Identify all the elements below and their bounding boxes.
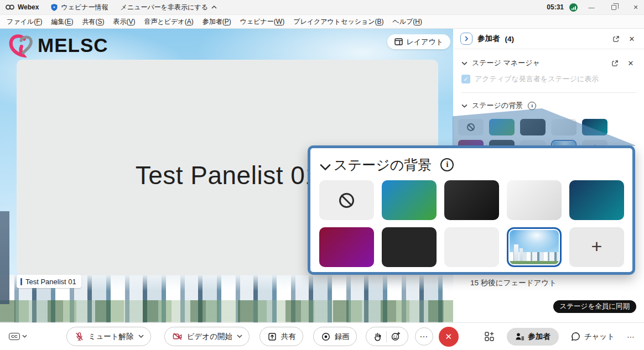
chevron-down-icon: [22, 335, 28, 338]
hide-menubar-button[interactable]: メニューバーを非表示にする: [121, 3, 217, 12]
mic-muted-icon: [75, 332, 84, 341]
layout-button[interactable]: レイアウト: [387, 34, 450, 49]
apps-icon[interactable]: [484, 331, 495, 342]
connection-status-icon[interactable]: [569, 3, 578, 12]
chevron-up-icon: [211, 6, 217, 9]
participants-title: 参加者: [477, 34, 500, 44]
stage-manager-section-header: ステージ マネージャ ✕: [454, 55, 644, 71]
participant-name-tag: Test Panelist 01: [17, 275, 81, 288]
more-toolbar-button[interactable]: ⋯: [627, 332, 635, 341]
share-icon: [268, 332, 277, 341]
reactions-smiley-icon[interactable]: [391, 332, 401, 341]
background-swatch-charcoal[interactable]: [382, 227, 437, 267]
menu-item-2[interactable]: 共有(S): [77, 15, 108, 28]
reactions-group: [366, 327, 408, 346]
background-swatch-selected[interactable]: [507, 227, 562, 267]
close-stage-manager-button[interactable]: ✕: [625, 58, 636, 69]
chevron-down-icon[interactable]: [319, 163, 325, 167]
start-video-label: ビデオの開始: [187, 332, 232, 342]
add-background-icon: +: [591, 237, 603, 255]
participant-display-name: Test Panelist 01: [136, 160, 320, 190]
chevron-down-icon[interactable]: [237, 335, 242, 338]
close-window-button[interactable]: ✕: [627, 0, 644, 15]
collapse-panel-button[interactable]: [460, 33, 472, 45]
cc-icon: CC: [9, 333, 20, 341]
chevron-down-icon[interactable]: [461, 61, 467, 65]
webex-logo-icon: [6, 4, 14, 11]
speaking-indicator-icon: [20, 278, 22, 285]
record-label: 録画: [335, 332, 350, 342]
unmute-button[interactable]: ミュート解除: [66, 327, 151, 346]
menu-item-3[interactable]: 表示(V): [109, 15, 140, 28]
webex-window: Webex ウェビナー情報 メニューバーを非表示にする 05:31 — ✕ ファ…: [0, 0, 644, 350]
background-swatch-white[interactable]: [444, 227, 499, 267]
background-swatch-add-custom[interactable]: +: [569, 227, 624, 267]
share-button[interactable]: 共有: [259, 327, 303, 346]
record-icon: [321, 332, 330, 341]
chevron-down-icon[interactable]: [138, 335, 144, 338]
name-tag-label: Test Panelist 01: [25, 278, 76, 286]
background-swatch-none[interactable]: [319, 180, 374, 220]
popup-title: ステージの背景: [334, 156, 432, 174]
popout-panel-button[interactable]: [610, 33, 621, 44]
popup-swatch-row-1: [319, 180, 625, 220]
participants-toggle-button[interactable]: 参加者: [507, 328, 559, 346]
info-icon[interactable]: i: [440, 158, 454, 171]
menu-item-4[interactable]: 音声とビデオ(A): [140, 15, 198, 28]
captions-button[interactable]: CC: [9, 333, 28, 341]
minimize-button[interactable]: —: [583, 0, 600, 15]
chat-bubble-icon: [571, 332, 580, 341]
popout-stage-manager-button[interactable]: [609, 58, 620, 69]
active-speaker-label: アクティブな発言者をステージに表示: [475, 74, 599, 84]
menu-item-6[interactable]: ウェビナー(W): [236, 15, 289, 28]
background-swatch-blue-green-gradient[interactable]: [382, 180, 437, 220]
sync-stage-button[interactable]: ステージを全員に同期: [553, 300, 636, 313]
participants-count: (4): [505, 35, 515, 43]
active-speaker-option[interactable]: ✓ アクティブな発言者をステージに表示: [454, 71, 644, 86]
melsc-heart-icon: [8, 33, 33, 58]
menu-item-1[interactable]: 編集(E): [46, 15, 77, 28]
panel-header: 参加者 (4) ✕: [454, 29, 644, 49]
leave-meeting-button[interactable]: ✕: [439, 327, 459, 347]
divider: [386, 331, 387, 342]
menu-item-5[interactable]: 参加者(P): [198, 15, 236, 28]
title-bar: Webex ウェビナー情報 メニューバーを非表示にする 05:31 — ✕: [0, 0, 644, 15]
popup-header: ステージの背景 i: [319, 155, 625, 175]
share-label: 共有: [281, 332, 296, 342]
layout-label: レイアウト: [406, 37, 443, 47]
building-silhouette: [0, 211, 9, 304]
app-name: Webex: [18, 3, 39, 11]
restore-icon: [611, 5, 616, 10]
menu-item-8[interactable]: ヘルプ(H): [388, 15, 427, 28]
menu-bar: ファイル(F)編集(E)共有(S)表示(V)音声とビデオ(A)参加者(P)ウェビ…: [0, 15, 644, 29]
participants-toggle-label: 参加者: [528, 332, 550, 342]
divider: [461, 92, 636, 93]
info-icon[interactable]: i: [528, 102, 536, 110]
background-swatch-navy-teal-gradient[interactable]: [569, 180, 624, 220]
no-background-icon: [339, 193, 354, 208]
main-area: Test Panelist 01 MELSC レイアウト Test Paneli…: [0, 29, 644, 322]
stage-background-zoom-popup: ステージの背景 i +: [308, 145, 635, 275]
webinar-info-label: ウェビナー情報: [61, 3, 108, 12]
chevron-down-icon[interactable]: [461, 104, 467, 108]
checkbox-checked-icon[interactable]: ✓: [461, 75, 470, 83]
start-video-button[interactable]: ビデオの開始: [164, 327, 250, 346]
stage-manager-title: ステージ マネージャ: [472, 58, 540, 68]
background-swatch-light-gray-gradient[interactable]: [507, 180, 562, 220]
background-swatch-city-photo[interactable]: [510, 230, 559, 264]
menu-item-7[interactable]: ブレイクアウトセッション(B): [289, 15, 388, 28]
restore-button[interactable]: [605, 0, 622, 15]
menu-item-0[interactable]: ファイル(F): [2, 15, 46, 28]
chat-label: チャット: [584, 332, 615, 342]
background-swatch-black-gradient[interactable]: [444, 180, 499, 220]
chat-button[interactable]: チャット: [571, 332, 615, 342]
background-swatch-red-purple-gradient[interactable]: [319, 227, 374, 267]
raise-hand-icon[interactable]: [373, 332, 382, 341]
record-button[interactable]: 録画: [313, 327, 357, 346]
close-panel-button[interactable]: ✕: [626, 33, 637, 44]
more-options-button[interactable]: ⋯: [415, 327, 433, 346]
popup-swatch-row-2: +: [319, 227, 625, 267]
hide-menubar-label: メニューバーを非表示にする: [121, 3, 208, 12]
layout-icon: [394, 38, 403, 45]
webinar-info-button[interactable]: ウェビナー情報: [51, 3, 108, 12]
